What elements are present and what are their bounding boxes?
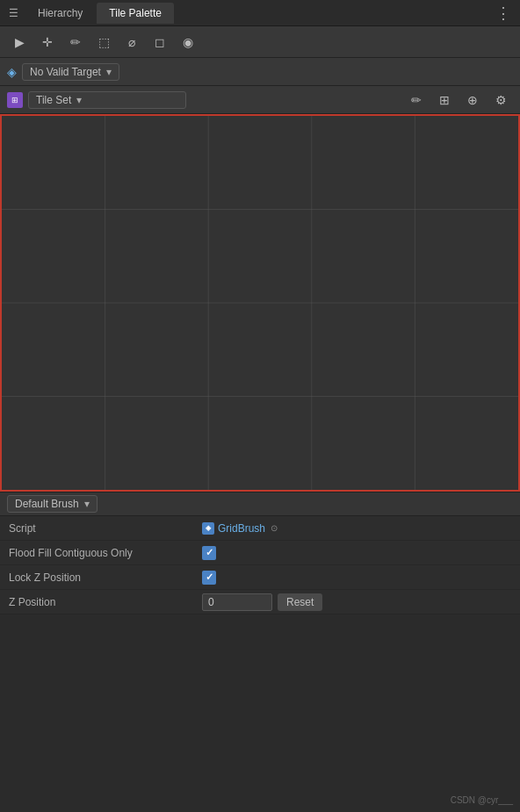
brush-row: Default Brush ▾ (0, 492, 520, 516)
target-layer-toolbar: ◈ No Valid Target ▾ (0, 58, 520, 86)
brush-dropdown[interactable]: Default Brush ▾ (7, 495, 98, 513)
target-label: No Valid Target (30, 66, 101, 78)
script-row: Script ◈ GridBrush ⊙ (0, 516, 520, 541)
rect-select-tool-button[interactable]: ⬚ (91, 30, 116, 54)
move-tool-button[interactable]: ✛ (35, 30, 60, 54)
script-ref[interactable]: ◈ GridBrush (202, 522, 265, 535)
edit-tileset-button[interactable]: ✏ (404, 88, 429, 112)
grid-view-button[interactable]: ⊞ (432, 88, 457, 112)
tab-tile-palette[interactable]: Tile Palette (97, 3, 174, 24)
brush-dropdown-arrow: ▾ (84, 498, 90, 510)
script-link-icon: ⊙ (271, 523, 278, 533)
watermark: CSDN @cyr___ (451, 795, 513, 805)
script-name: GridBrush (218, 522, 265, 535)
target-dropdown[interactable]: No Valid Target ▾ (22, 63, 119, 81)
menu-icon[interactable]: ☰ (4, 4, 24, 23)
tab-hierarchy[interactable]: Hierarchy (25, 3, 95, 24)
settings-panel: Script ◈ GridBrush ⊙ Flood Fill Contiguo… (0, 516, 520, 614)
eraser-tool-button[interactable]: ◻ (148, 30, 172, 54)
tile-canvas[interactable] (0, 114, 520, 492)
z-position-row: Z Position Reset (0, 590, 520, 614)
tools-toolbar: ▶ ✛ ✏ ⬚ ⌀ ◻ ◉ (0, 26, 520, 58)
lock-z-row: Lock Z Position ✓ (0, 565, 520, 590)
tileset-label: Tile Set (36, 94, 71, 106)
tileset-dropdown-arrow: ▾ (76, 94, 82, 106)
tileset-dropdown[interactable]: Tile Set ▾ (28, 91, 186, 109)
flood-fill-value: ✓ (202, 546, 511, 560)
tile-grid (2, 116, 518, 490)
fill-tool-button[interactable]: ◉ (176, 30, 200, 54)
tab-bar: ☰ Hierarchy Tile Palette ⋮ (0, 0, 520, 26)
script-icon: ◈ (202, 522, 214, 535)
paint-tool-button[interactable]: ✏ (63, 30, 88, 54)
layer-icon: ◈ (7, 65, 17, 79)
flood-fill-checkmark: ✓ (206, 547, 213, 558)
eyedropper-tool-button[interactable]: ⌀ (119, 30, 144, 54)
tileset-right-tools: ✏ ⊞ ⊕ ⚙ (404, 88, 513, 112)
target-dropdown-arrow: ▾ (106, 66, 112, 78)
z-position-input[interactable] (202, 593, 272, 611)
script-label: Script (9, 522, 202, 535)
z-position-value: Reset (202, 593, 511, 611)
z-position-label: Z Position (9, 596, 202, 608)
flood-fill-label: Flood Fill Contiguous Only (9, 547, 202, 559)
tileset-settings-button[interactable]: ⚙ (488, 88, 513, 112)
lock-z-label: Lock Z Position (9, 571, 202, 584)
flood-fill-row: Flood Fill Contiguous Only ✓ (0, 541, 520, 565)
tab-more-button[interactable]: ⋮ (495, 4, 516, 23)
script-value: ◈ GridBrush ⊙ (202, 522, 511, 535)
lock-z-value: ✓ (202, 571, 511, 585)
tileset-toolbar: ⊞ Tile Set ▾ ✏ ⊞ ⊕ ⚙ (0, 86, 520, 114)
flood-fill-checkbox[interactable]: ✓ (202, 546, 216, 560)
lock-z-checkmark: ✓ (206, 571, 213, 583)
globe-button[interactable]: ⊕ (460, 88, 485, 112)
lock-z-checkbox[interactable]: ✓ (202, 571, 216, 585)
reset-button[interactable]: Reset (278, 593, 322, 611)
select-tool-button[interactable]: ▶ (7, 30, 32, 54)
brush-label: Default Brush (15, 498, 79, 510)
tileset-icon: ⊞ (7, 92, 23, 108)
tab-bar-left: ☰ Hierarchy Tile Palette (4, 3, 174, 24)
